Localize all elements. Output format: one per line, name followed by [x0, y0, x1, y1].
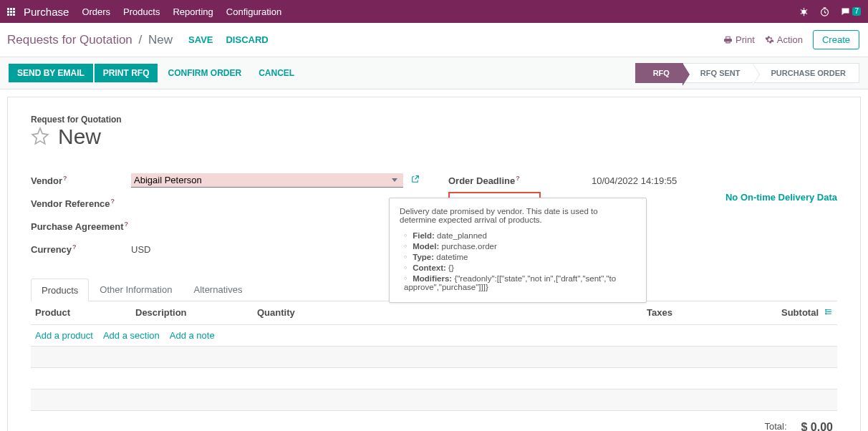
column-settings-icon[interactable]: [819, 307, 833, 319]
menu-orders[interactable]: Orders: [82, 6, 110, 17]
tab-alternatives[interactable]: Alternatives: [183, 278, 253, 301]
label-vendor: Vendor?: [31, 175, 131, 186]
label-order-deadline: Order Deadline?: [448, 175, 549, 186]
gear-icon: [765, 35, 774, 44]
total-value: $ 0.00: [801, 421, 833, 431]
order-deadline-value: 10/04/2022 14:19:55: [549, 175, 837, 186]
send-by-email-button[interactable]: SEND BY EMAIL: [9, 64, 93, 82]
svg-point-0: [802, 9, 806, 14]
chat-icon[interactable]: 7: [840, 6, 861, 17]
menu-reporting[interactable]: Reporting: [173, 6, 213, 17]
cancel-button[interactable]: CANCEL: [250, 64, 303, 82]
status-stages: RFQ RFQ SENT PURCHASE ORDER: [635, 63, 859, 83]
create-button[interactable]: Create: [813, 30, 859, 49]
chat-badge: 7: [852, 7, 861, 16]
label-purchase-agreement: Purchase Agreement?: [31, 221, 145, 232]
label-currency: Currency?: [31, 243, 131, 255]
tab-products[interactable]: Products: [31, 279, 89, 301]
form-subtitle: Request for Quotation: [31, 115, 837, 125]
add-note-link[interactable]: Add a note: [170, 330, 215, 341]
breadcrumb: Requests for Quotation / New: [7, 33, 173, 47]
apps-grid-icon[interactable]: [7, 8, 15, 16]
print-button[interactable]: Print: [723, 34, 755, 45]
stage-rfq-sent[interactable]: RFQ SENT: [683, 63, 754, 83]
action-dropdown[interactable]: Action: [765, 34, 803, 45]
menu-configuration[interactable]: Configuration: [226, 6, 281, 17]
app-brand: Purchase: [24, 6, 69, 18]
field-tooltip: Delivery date promised by vendor. This d…: [389, 198, 647, 303]
page-title: New: [58, 125, 101, 149]
svg-point-2: [826, 309, 826, 310]
stage-purchase-order[interactable]: PURCHASE ORDER: [753, 63, 859, 83]
vendor-external-link[interactable]: [410, 175, 420, 186]
svg-point-4: [826, 314, 826, 314]
col-product: Product: [35, 307, 135, 319]
printer-icon: [723, 35, 733, 44]
menu-products[interactable]: Products: [123, 6, 160, 17]
svg-point-3: [826, 311, 826, 312]
favorite-star-icon[interactable]: [31, 127, 49, 147]
tab-other-info[interactable]: Other Information: [89, 278, 183, 301]
discard-button[interactable]: DISCARD: [226, 34, 268, 45]
col-taxes: Taxes: [647, 307, 761, 319]
save-button[interactable]: SAVE: [188, 34, 213, 45]
vendor-select[interactable]: [131, 173, 403, 188]
currency-value: USD: [131, 244, 420, 255]
caret-down-icon[interactable]: [392, 178, 397, 182]
total-label: Total:: [764, 421, 786, 431]
print-rfq-button[interactable]: PRINT RFQ: [95, 64, 158, 82]
breadcrumb-root[interactable]: Requests for Quotation: [7, 33, 132, 47]
stage-rfq[interactable]: RFQ: [635, 63, 683, 83]
confirm-order-button[interactable]: CONFIRM ORDER: [159, 64, 250, 82]
bug-icon[interactable]: [799, 6, 809, 17]
col-description: Description: [135, 307, 257, 319]
col-subtotal: Subtotal: [761, 307, 819, 319]
col-quantity: Quantity: [257, 307, 314, 319]
label-vendor-ref: Vendor Reference?: [31, 198, 131, 209]
add-product-link[interactable]: Add a product: [35, 330, 93, 341]
add-section-link[interactable]: Add a section: [103, 330, 160, 341]
breadcrumb-current: New: [148, 33, 173, 47]
clock-icon[interactable]: [819, 6, 830, 17]
vendor-input[interactable]: [134, 175, 389, 185]
